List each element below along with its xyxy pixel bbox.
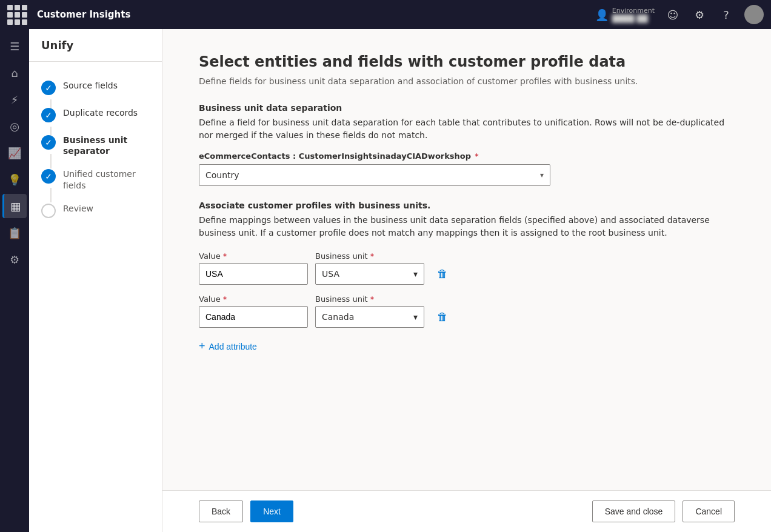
save-close-button[interactable]: Save and close xyxy=(592,500,676,522)
delete-row-1-button[interactable]: 🗑 xyxy=(432,263,453,285)
checkmark-icon: ✓ xyxy=(45,83,52,93)
settings-icon[interactable]: ⚙ xyxy=(691,6,708,23)
chart-icon[interactable]: 📈 xyxy=(2,141,27,165)
back-button[interactable]: Back xyxy=(199,500,243,522)
add-attribute-button[interactable]: + Add attribute xyxy=(199,337,257,355)
step-circle-source: ✓ xyxy=(41,81,56,95)
steps-list: ✓ Source fields ✓ Duplicate records ✓ Bu… xyxy=(29,62,162,236)
step-review[interactable]: Review xyxy=(29,197,162,224)
icon-sidebar: ☰ ⌂ ⚡ ◎ 📈 💡 ▦ 📋 ⚙ xyxy=(0,29,29,532)
req-marker-unit-1: * xyxy=(370,251,375,261)
unit-field-1: Business unit * USA ▾ xyxy=(315,251,424,285)
help-icon[interactable]: ? xyxy=(718,6,735,23)
separation-title: Business unit data separation xyxy=(199,103,735,113)
unit-chevron-2: ▾ xyxy=(413,312,418,322)
mapping-row-2: Value * Business unit * Canada ▾ 🗑 xyxy=(199,294,735,328)
step-circle-business: ✓ xyxy=(41,135,56,150)
settings-nav-icon[interactable]: ⚙ xyxy=(2,247,27,271)
value-label-2: Value * xyxy=(199,294,308,304)
separation-desc: Define a field for business unit data se… xyxy=(199,116,735,142)
sidebar-header: Unify xyxy=(29,29,162,62)
home-icon[interactable]: ⌂ xyxy=(2,61,27,85)
data-icon[interactable]: ▦ xyxy=(2,194,27,218)
topnav-right: 👤 Environment ████ ██ ☺ ⚙ ? xyxy=(595,5,764,24)
plus-icon: + xyxy=(199,340,205,353)
step-circle-unified: ✓ xyxy=(41,169,56,184)
step-duplicate-records[interactable]: ✓ Duplicate records xyxy=(29,101,162,128)
req-marker-unit-2: * xyxy=(370,294,375,304)
unit-dropdown-2[interactable]: Canada ▾ xyxy=(315,306,424,328)
bulb-icon[interactable]: 💡 xyxy=(2,167,27,191)
step-label-duplicate: Duplicate records xyxy=(63,107,138,118)
entity-field-label: eCommerceContacts : CustomerInsightsinad… xyxy=(199,151,735,161)
top-navigation: Customer Insights 👤 Environment ████ ██ … xyxy=(0,0,771,29)
delete-row-2-button[interactable]: 🗑 xyxy=(432,306,453,328)
step-source-fields[interactable]: ✓ Source fields xyxy=(29,74,162,101)
step-label-review: Review xyxy=(63,203,93,214)
environment-selector[interactable]: 👤 Environment ████ ██ xyxy=(595,7,655,23)
req-marker-2: * xyxy=(223,294,227,304)
report-icon[interactable]: 📋 xyxy=(2,221,27,245)
step-label-unified: Unified customer fields xyxy=(63,168,150,190)
segments-icon[interactable]: ◎ xyxy=(2,114,27,138)
menu-icon[interactable]: ☰ xyxy=(2,34,27,58)
entity-label-text: eCommerceContacts : CustomerInsightsinad… xyxy=(199,151,471,161)
country-value: Country xyxy=(205,170,239,180)
step-label-business: Business unit separator xyxy=(63,135,150,156)
step-business-unit[interactable]: ✓ Business unit separator xyxy=(29,128,162,162)
environment-icon: 👤 xyxy=(595,8,609,21)
page-subtitle: Define fields for business unit data sep… xyxy=(199,76,735,86)
footer-right: Save and close Cancel xyxy=(592,500,735,522)
env-value: ████ ██ xyxy=(612,15,655,23)
step-circle-review xyxy=(41,204,56,218)
avatar[interactable] xyxy=(744,5,764,24)
country-dropdown[interactable]: Country ▾ xyxy=(199,164,550,186)
value-field-2: Value * xyxy=(199,294,308,328)
req-marker-1: * xyxy=(223,251,227,261)
unit-value-1: USA xyxy=(322,269,339,279)
unit-dropdown-1[interactable]: USA ▾ xyxy=(315,263,424,285)
nav-sidebar: Unify ✓ Source fields ✓ Duplicate record… xyxy=(29,29,162,532)
page-title: Select entities and fields with customer… xyxy=(199,53,735,70)
step-circle-duplicate: ✓ xyxy=(41,108,56,122)
dropdown-chevron-icon: ▾ xyxy=(540,171,544,179)
required-marker: * xyxy=(475,151,479,161)
content-area: Select entities and fields with customer… xyxy=(162,29,771,532)
unit-field-2: Business unit * Canada ▾ xyxy=(315,294,424,328)
value-field-1: Value * xyxy=(199,251,308,285)
app-title: Customer Insights xyxy=(37,9,588,20)
unit-chevron-1: ▾ xyxy=(413,269,418,279)
unit-value-2: Canada xyxy=(322,312,354,322)
apps-icon[interactable] xyxy=(7,5,27,25)
add-attribute-label: Add attribute xyxy=(209,342,257,351)
checkmark-icon-3: ✓ xyxy=(45,138,52,147)
smiley-icon[interactable]: ☺ xyxy=(664,6,681,23)
checkmark-icon-4: ✓ xyxy=(45,171,52,181)
value-input-2[interactable] xyxy=(199,306,308,328)
unit-label-2: Business unit * xyxy=(315,294,424,304)
env-label: Environment xyxy=(612,7,655,15)
association-title: Associate customer profiles with busines… xyxy=(199,201,735,210)
footer: Back Next Save and close Cancel xyxy=(162,490,771,532)
step-label-source: Source fields xyxy=(63,80,118,91)
analytics-icon[interactable]: ⚡ xyxy=(2,87,27,111)
mapping-row-1: Value * Business unit * USA ▾ 🗑 xyxy=(199,251,735,285)
content-scroll: Select entities and fields with customer… xyxy=(162,29,771,490)
unit-label-1: Business unit * xyxy=(315,251,424,261)
checkmark-icon-2: ✓ xyxy=(45,110,52,120)
step-unified-customer[interactable]: ✓ Unified customer fields xyxy=(29,162,162,196)
value-input-1[interactable] xyxy=(199,263,308,285)
value-label-1: Value * xyxy=(199,251,308,261)
next-button[interactable]: Next xyxy=(250,500,293,522)
association-desc: Define mappings between values in the bu… xyxy=(199,214,735,239)
cancel-button[interactable]: Cancel xyxy=(683,500,735,522)
